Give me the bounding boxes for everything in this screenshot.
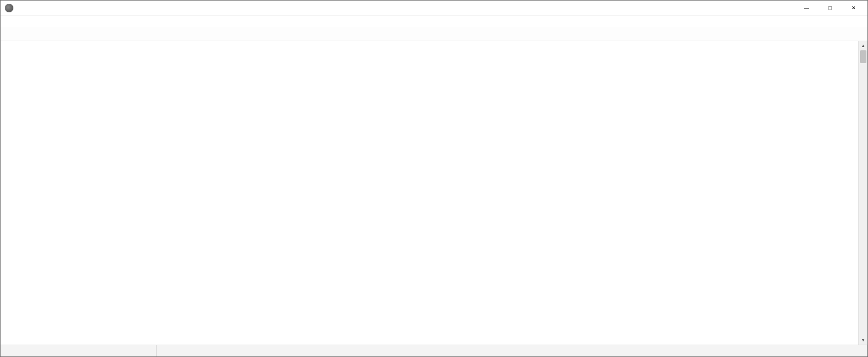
scroll-track[interactable] — [859, 50, 867, 336]
scroll-thumb[interactable] — [860, 50, 866, 63]
toolbar — [1, 27, 867, 41]
table-container: ▲ ▼ — [1, 41, 867, 345]
minimize-button[interactable]: — — [795, 2, 818, 14]
titlebar: — □ ✕ — [1, 1, 867, 16]
vertical-scrollbar[interactable]: ▲ ▼ — [858, 41, 867, 345]
scroll-down-button[interactable]: ▼ — [859, 336, 867, 345]
maximize-button[interactable]: □ — [818, 2, 842, 14]
status-items — [1, 345, 157, 356]
window-controls: — □ ✕ — [795, 2, 865, 14]
menubar — [1, 16, 867, 27]
statusbar — [1, 345, 867, 356]
app-icon — [5, 4, 13, 12]
close-button[interactable]: ✕ — [842, 2, 865, 14]
scroll-up-button[interactable]: ▲ — [859, 41, 867, 50]
status-credit — [157, 345, 867, 356]
